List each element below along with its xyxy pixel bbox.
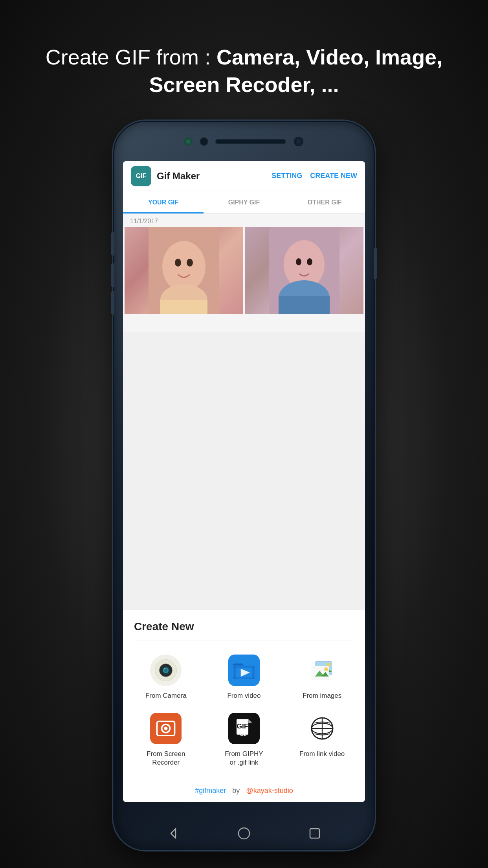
svg-rect-5 (160, 300, 207, 314)
nav-recent-button[interactable] (306, 825, 323, 842)
svg-rect-20 (234, 666, 255, 668)
screen-rec-icon-container (150, 713, 182, 744)
option-giphy[interactable]: GIF GIF From GIPHYor .gif link (205, 706, 283, 773)
link-video-icon-container (306, 713, 338, 744)
option-camera[interactable]: From Camera (127, 648, 205, 706)
thumbnail-image-2 (245, 227, 363, 314)
headline-normal: Create GIF from : (46, 45, 216, 69)
app-icon-text: GIF (136, 173, 147, 180)
headline: Create GIF from : Camera, Video, Image, … (0, 43, 488, 98)
nav-home-button[interactable] (235, 825, 253, 842)
svg-rect-21 (234, 677, 255, 679)
tab-giphy-gif[interactable]: GIPHY GIF (204, 191, 284, 213)
home-icon (237, 826, 251, 840)
speaker-grille (215, 139, 286, 144)
create-new-button[interactable]: CREATE NEW (310, 172, 357, 180)
phone-frame: GIF Gif Maker SETTING CREATE NEW YOUR GI… (114, 122, 374, 849)
settings-button[interactable]: SETTING (272, 172, 302, 180)
link-video-label: From link video (299, 750, 345, 758)
camera-icon-container (150, 655, 182, 686)
camera-label: From Camera (145, 691, 187, 700)
nav-back-button[interactable] (165, 825, 182, 842)
phone-screen: GIF Gif Maker SETTING CREATE NEW YOUR GI… (123, 161, 365, 802)
option-video[interactable]: From video (205, 648, 283, 706)
svg-text:GIF: GIF (237, 722, 248, 730)
svg-point-36 (164, 727, 168, 730)
svg-point-3 (187, 259, 193, 267)
app-icon: GIF (131, 166, 151, 186)
svg-point-2 (175, 259, 181, 267)
svg-rect-11 (279, 296, 330, 314)
images-icon (309, 659, 336, 682)
phone-body: GIF Gif Maker SETTING CREATE NEW YOUR GI… (114, 122, 374, 849)
footer-studio: @kayak-studio (246, 787, 293, 795)
screen-recorder-label: From ScreenRecorder (147, 750, 185, 767)
back-icon (166, 826, 180, 840)
front-sensor (184, 137, 193, 146)
phone-nav-bar (114, 825, 374, 842)
gif-content-area: 11/1/2017 (123, 214, 365, 332)
tab-other-gif[interactable]: OTHER GIF (284, 191, 365, 213)
tab-bar: YOUR GIF GIPHY GIF OTHER GIF (123, 191, 365, 214)
svg-point-8 (296, 258, 301, 265)
app-bar: GIF Gif Maker SETTING CREATE NEW (123, 161, 365, 191)
create-new-title: Create New (123, 610, 365, 640)
tab-your-gif[interactable]: YOUR GIF (123, 191, 204, 213)
images-icon-container (306, 655, 338, 686)
footer-hashtag: #gifmaker (195, 787, 226, 795)
globe-icon (310, 717, 334, 740)
video-icon-container (228, 655, 260, 686)
footer-by: by (232, 787, 240, 795)
create-new-sheet: Create New (123, 610, 365, 802)
camera-icon (154, 659, 177, 682)
option-screen-recorder[interactable]: From ScreenRecorder (127, 706, 205, 773)
svg-rect-47 (310, 829, 319, 838)
video-folder-icon (231, 659, 257, 682)
front-camera (293, 136, 304, 147)
footer: #gifmaker by @kayak-studio (123, 781, 365, 802)
svg-point-32 (324, 668, 328, 671)
thumbnail-image-1 (125, 227, 243, 314)
svg-marker-45 (171, 829, 176, 838)
svg-point-17 (164, 668, 165, 669)
giphy-icon-container: GIF GIF (228, 713, 260, 744)
gif-grid (123, 227, 365, 314)
app-title: Gif Maker (157, 171, 264, 182)
svg-point-46 (238, 828, 250, 839)
svg-point-9 (307, 258, 312, 265)
video-label: From video (227, 691, 261, 700)
phone-top-bar (184, 136, 304, 147)
giphy-label: From GIPHYor .gif link (225, 750, 263, 767)
recent-icon (308, 826, 322, 840)
date-label: 11/1/2017 (123, 214, 365, 227)
giphy-icon: GIF GIF (233, 717, 255, 740)
svg-text:GIF: GIF (240, 732, 248, 737)
options-grid: From Camera (123, 640, 365, 781)
option-images[interactable]: From images (283, 648, 361, 706)
images-label: From images (303, 691, 341, 700)
svg-point-16 (165, 669, 167, 671)
screen-recorder-icon (154, 717, 178, 740)
option-link-video[interactable]: From link video (283, 706, 361, 773)
gif-thumbnail-2[interactable] (245, 227, 363, 314)
front-dot (200, 137, 208, 146)
gif-thumbnail-1[interactable] (125, 227, 243, 314)
